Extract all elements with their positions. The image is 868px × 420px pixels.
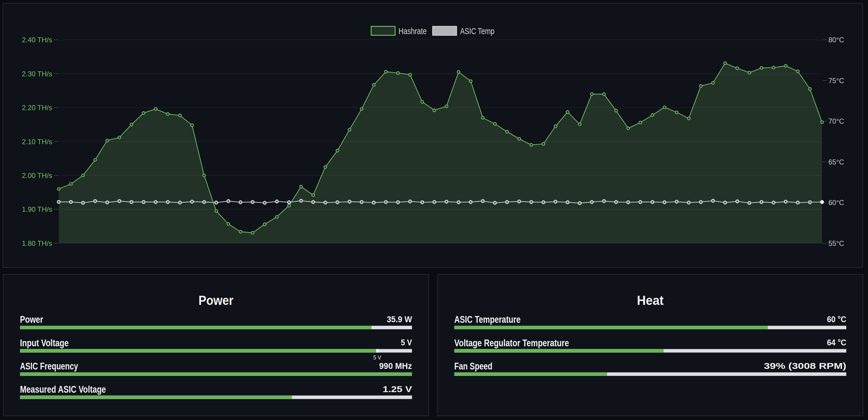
svg-text:2.30 TH/s: 2.30 TH/s bbox=[22, 70, 52, 78]
svg-text:80°C: 80°C bbox=[828, 36, 844, 44]
svg-text:2.20 TH/s: 2.20 TH/s bbox=[22, 104, 52, 112]
svg-text:60°C: 60°C bbox=[828, 199, 844, 206]
svg-text:5 V: 5 V bbox=[373, 354, 381, 361]
svg-text:Fan Speed: Fan Speed bbox=[454, 361, 492, 371]
svg-text:Voltage Regulator Temperature: Voltage Regulator Temperature bbox=[454, 337, 569, 348]
svg-text:ASIC Frequency: ASIC Frequency bbox=[20, 361, 78, 371]
svg-text:1.90 TH/s: 1.90 TH/s bbox=[22, 205, 52, 213]
svg-text:1.25 V: 1.25 V bbox=[383, 385, 412, 394]
svg-text:60 °C: 60 °C bbox=[827, 314, 846, 324]
svg-text:55°C: 55°C bbox=[828, 240, 844, 247]
svg-text:64 °C: 64 °C bbox=[827, 338, 846, 347]
svg-text:35.9 W: 35.9 W bbox=[387, 314, 412, 324]
svg-text:Hashrate: Hashrate bbox=[399, 26, 427, 36]
svg-text:70°C: 70°C bbox=[828, 117, 844, 125]
svg-text:75°C: 75°C bbox=[828, 77, 844, 85]
svg-text:5 V: 5 V bbox=[401, 338, 412, 347]
svg-text:2.00 TH/s: 2.00 TH/s bbox=[22, 171, 52, 179]
svg-text:2.10 TH/s: 2.10 TH/s bbox=[22, 138, 52, 146]
svg-text:2.40 TH/s: 2.40 TH/s bbox=[22, 36, 52, 44]
svg-text:Heat: Heat bbox=[637, 293, 664, 308]
svg-text:Measured ASIC Voltage: Measured ASIC Voltage bbox=[20, 384, 106, 395]
svg-text:ASIC Temp: ASIC Temp bbox=[460, 26, 494, 36]
svg-text:39% (3008 RPM): 39% (3008 RPM) bbox=[764, 361, 846, 371]
svg-text:Power: Power bbox=[199, 293, 234, 308]
svg-text:1.80 TH/s: 1.80 TH/s bbox=[22, 240, 52, 247]
svg-text:990 MHz: 990 MHz bbox=[379, 361, 412, 371]
svg-text:ASIC Temperature: ASIC Temperature bbox=[454, 314, 521, 325]
svg-text:Input Voltage: Input Voltage bbox=[20, 337, 69, 348]
svg-text:65°C: 65°C bbox=[828, 158, 844, 166]
svg-text:Power: Power bbox=[20, 314, 43, 325]
